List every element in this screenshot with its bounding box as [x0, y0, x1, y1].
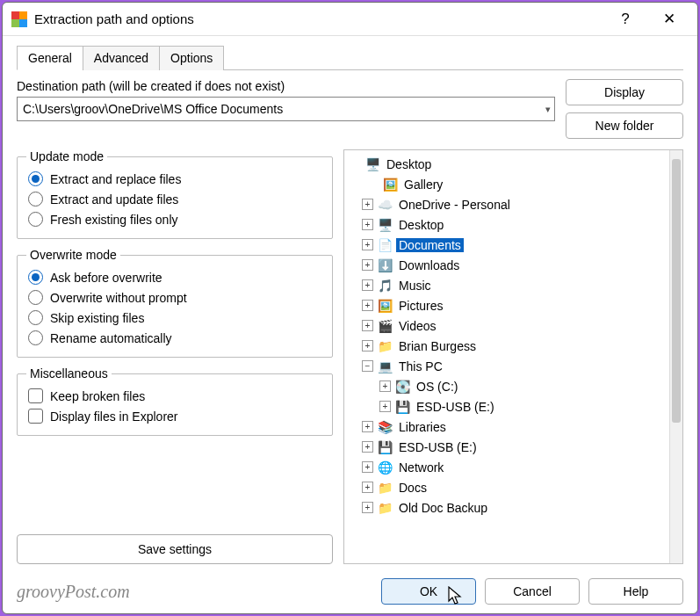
radio-overwrite-no-prompt[interactable]: Overwrite without prompt — [26, 287, 323, 308]
tree-label: Videos — [396, 319, 439, 333]
tree-scrollbar[interactable] — [669, 150, 682, 563]
tree-node-esd-usb-2[interactable]: + 💾 ESD-USB (E:) — [346, 437, 669, 457]
downloads-icon: ⬇️ — [377, 258, 393, 272]
tree-node-this-pc[interactable]: − 💻 This PC — [346, 356, 669, 376]
expand-icon[interactable]: + — [362, 259, 373, 271]
radio-extract-update[interactable]: Extract and update files — [26, 189, 323, 209]
radio-label: Overwrite without prompt — [50, 291, 187, 305]
display-button[interactable]: Display — [566, 79, 683, 105]
checkbox-label: Keep broken files — [50, 389, 145, 403]
radio-label: Ask before overwrite — [50, 271, 162, 285]
music-icon: 🎵 — [377, 279, 393, 293]
tab-general[interactable]: General — [17, 46, 83, 70]
tree-node-os-c[interactable]: + 💽 OS (C:) — [346, 376, 669, 396]
update-mode-group: Update mode Extract and replace files Ex… — [17, 149, 333, 239]
libraries-icon: 📚 — [377, 420, 393, 434]
tree-node-libraries[interactable]: + 📚 Libraries — [346, 417, 669, 437]
radio-fresh-existing[interactable]: Fresh existing files only — [26, 209, 323, 229]
radio-icon — [28, 171, 43, 186]
update-mode-legend: Update mode — [26, 149, 107, 163]
radio-icon — [28, 330, 43, 345]
tree-label: Desktop — [384, 157, 434, 171]
radio-extract-replace[interactable]: Extract and replace files — [26, 169, 323, 189]
tree-label: Old Doc Backup — [396, 501, 490, 515]
radio-icon — [28, 310, 43, 325]
expand-icon[interactable]: + — [362, 421, 373, 432]
new-folder-button[interactable]: New folder — [566, 112, 683, 139]
documents-icon: 📄 — [377, 238, 393, 252]
expand-icon[interactable]: − — [362, 360, 373, 372]
scrollbar-thumb[interactable] — [672, 159, 681, 423]
app-icon — [11, 11, 27, 27]
overwrite-mode-legend: Overwrite mode — [26, 248, 120, 262]
expand-icon[interactable]: + — [362, 279, 373, 291]
tree-node-user-folder[interactable]: + 📁 Brian Burgess — [346, 336, 669, 356]
expand-icon[interactable]: + — [362, 340, 373, 351]
tree-node-pictures[interactable]: + 🖼️ Pictures — [346, 295, 669, 315]
tree-node-network[interactable]: + 🌐 Network — [346, 457, 669, 477]
expand-icon[interactable]: + — [362, 441, 373, 453]
tree-node-documents[interactable]: + 📄 Documents — [346, 235, 669, 255]
destination-path-value: C:\Users\groov\OneDrive\MS Office Docume… — [23, 102, 283, 116]
help-button[interactable]: Help — [588, 578, 683, 605]
cancel-button[interactable]: Cancel — [485, 578, 580, 605]
folder-tree[interactable]: 🖥️ Desktop 🖼️ Gallery + ☁️ — [343, 149, 683, 564]
usb-drive-icon: 💾 — [377, 440, 393, 454]
expand-icon[interactable]: + — [362, 219, 373, 230]
destination-path-combo[interactable]: C:\Users\groov\OneDrive\MS Office Docume… — [17, 97, 555, 121]
tree-node-downloads[interactable]: + ⬇️ Downloads — [346, 255, 669, 275]
close-icon[interactable]: ✕ — [653, 6, 685, 33]
radio-rename-auto[interactable]: Rename automatically — [26, 328, 323, 348]
overwrite-mode-group: Overwrite mode Ask before overwrite Over… — [17, 248, 333, 358]
tab-panel-general: Destination path (will be created if doe… — [17, 70, 683, 564]
expand-icon[interactable]: + — [362, 320, 373, 331]
tree-node-esd-usb[interactable]: + 💾 ESD-USB (E:) — [346, 396, 669, 417]
drive-icon: 💽 — [394, 380, 410, 394]
expand-icon[interactable]: + — [362, 239, 373, 250]
tree-label: Desktop — [396, 218, 446, 232]
expand-icon — [350, 158, 361, 170]
tree-label: Network — [396, 460, 446, 475]
radio-label: Skip existing files — [50, 311, 144, 325]
checkbox-label: Display files in Explorer — [50, 409, 178, 424]
tree-node-gallery[interactable]: 🖼️ Gallery — [346, 174, 669, 194]
radio-ask-before-overwrite[interactable]: Ask before overwrite — [26, 267, 323, 287]
folder-icon: 📁 — [377, 481, 393, 495]
check-keep-broken[interactable]: Keep broken files — [26, 386, 323, 406]
videos-icon: 🎬 — [377, 319, 393, 333]
radio-skip-existing[interactable]: Skip existing files — [26, 308, 323, 328]
tree-node-music[interactable]: + 🎵 Music — [346, 275, 669, 295]
radio-icon — [28, 212, 43, 227]
tree-node-old-backup[interactable]: + 📁 Old Doc Backup — [346, 497, 669, 518]
tree-node-videos[interactable]: + 🎬 Videos — [346, 315, 669, 336]
ok-button[interactable]: OK — [381, 578, 476, 605]
tree-label: ESD-USB (E:) — [414, 400, 497, 414]
watermark-text: groovyPost.com — [17, 582, 372, 602]
tree-node-desktop[interactable]: + 🖥️ Desktop — [346, 214, 669, 235]
tree-node-docs[interactable]: + 📁 Docs — [346, 477, 669, 497]
tab-options[interactable]: Options — [159, 46, 224, 70]
expand-icon[interactable]: + — [379, 401, 391, 412]
folder-icon: 📁 — [377, 339, 393, 353]
check-display-in-explorer[interactable]: Display files in Explorer — [26, 406, 323, 426]
tree-label: Pictures — [396, 299, 446, 313]
help-button-icon[interactable]: ? — [610, 6, 641, 33]
radio-icon — [28, 290, 43, 305]
radio-label: Extract and update files — [50, 192, 178, 207]
expand-icon[interactable]: + — [362, 461, 373, 473]
expand-icon[interactable]: + — [362, 482, 373, 493]
window-title: Extraction path and options — [34, 11, 603, 26]
expand-icon[interactable]: + — [362, 300, 373, 311]
expand-icon[interactable]: + — [362, 502, 373, 513]
tree-node-desktop-root[interactable]: 🖥️ Desktop — [346, 154, 669, 174]
tree-label: Libraries — [396, 420, 449, 434]
tab-advanced[interactable]: Advanced — [83, 46, 160, 70]
expand-icon[interactable]: + — [379, 380, 391, 392]
tree-node-onedrive[interactable]: + ☁️ OneDrive - Personal — [346, 194, 669, 214]
tree-label: Docs — [396, 481, 429, 495]
expand-icon[interactable]: + — [362, 199, 373, 210]
desktop-icon: 🖥️ — [364, 157, 380, 171]
desktop-icon: 🖥️ — [377, 218, 393, 232]
this-pc-icon: 💻 — [377, 359, 393, 373]
save-settings-button[interactable]: Save settings — [17, 534, 333, 564]
